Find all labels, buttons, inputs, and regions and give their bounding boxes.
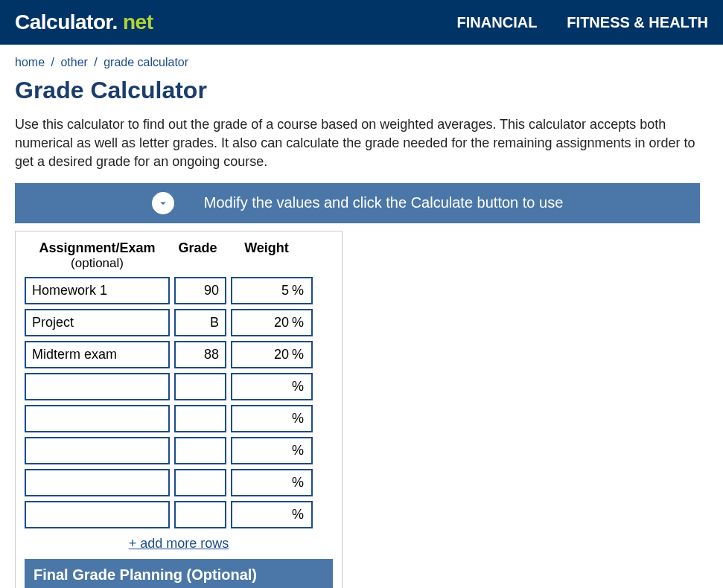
grade-input[interactable] xyxy=(174,309,226,336)
grade-input[interactable] xyxy=(174,501,226,528)
weight-input[interactable] xyxy=(232,502,292,527)
assignment-input[interactable] xyxy=(25,405,170,432)
col-header-assignment: Assignment/Exam (optional) xyxy=(25,240,170,271)
breadcrumb-sep: / xyxy=(94,56,97,68)
instruction-banner: Modify the values and click the Calculat… xyxy=(15,183,700,223)
col-header-weight: Weight xyxy=(226,240,308,271)
assignment-input[interactable] xyxy=(25,309,170,336)
weight-input-wrap: % xyxy=(231,405,313,432)
grade-input[interactable] xyxy=(174,373,226,400)
chevron-down-circle-icon xyxy=(152,192,174,214)
weight-input-wrap: % xyxy=(231,373,313,400)
table-header: Assignment/Exam (optional) Grade Weight xyxy=(25,240,333,271)
breadcrumb-other[interactable]: other xyxy=(60,56,87,68)
calculator-panel: Assignment/Exam (optional) Grade Weight … xyxy=(15,231,343,588)
percent-label: % xyxy=(292,379,308,394)
weight-input-wrap: % xyxy=(231,341,313,368)
col-header-assignment-optional: (optional) xyxy=(25,256,170,271)
assignment-input[interactable] xyxy=(25,437,170,464)
weight-input[interactable] xyxy=(232,438,292,463)
add-rows-link[interactable]: + add more rows xyxy=(129,536,229,551)
weight-input-wrap: % xyxy=(231,469,313,496)
page-content: home / other / grade calculator Grade Ca… xyxy=(0,45,715,588)
col-header-assignment-label: Assignment/Exam xyxy=(39,240,155,255)
site-header: Calculator. net FINANCIAL FITNESS & HEAL… xyxy=(0,0,723,45)
weight-input[interactable] xyxy=(232,470,292,495)
grade-input[interactable] xyxy=(174,277,226,304)
breadcrumb-home[interactable]: home xyxy=(15,56,45,68)
assignment-input[interactable] xyxy=(25,469,170,496)
banner-text: Modify the values and click the Calculat… xyxy=(204,194,564,211)
table-row: % xyxy=(25,501,333,528)
weight-input[interactable] xyxy=(232,278,292,303)
table-row: % xyxy=(25,309,333,336)
weight-input-wrap: % xyxy=(231,309,313,336)
description-text: Use this calculator to find out the grad… xyxy=(15,115,700,172)
breadcrumb-current[interactable]: grade calculator xyxy=(103,56,188,68)
breadcrumb-sep: / xyxy=(51,56,54,68)
table-row: % xyxy=(25,437,333,464)
site-logo[interactable]: Calculator. net xyxy=(15,10,153,34)
assignment-input[interactable] xyxy=(25,341,170,368)
weight-input[interactable] xyxy=(232,406,292,431)
add-rows-wrap: + add more rows xyxy=(25,536,333,552)
table-row: % xyxy=(25,405,333,432)
table-row: % xyxy=(25,277,333,304)
grade-input[interactable] xyxy=(174,341,226,368)
logo-dot: . xyxy=(112,10,117,33)
weight-input-wrap: % xyxy=(231,277,313,304)
logo-net: net xyxy=(123,10,153,33)
weight-input-wrap: % xyxy=(231,501,313,528)
percent-label: % xyxy=(292,411,308,426)
weight-input-wrap: % xyxy=(231,437,313,464)
percent-label: % xyxy=(292,443,308,458)
nav-financial[interactable]: FINANCIAL xyxy=(457,14,538,31)
logo-main: Calculator xyxy=(15,10,112,33)
grade-table: Assignment/Exam (optional) Grade Weight … xyxy=(25,240,333,588)
assignment-input[interactable] xyxy=(25,501,170,528)
table-row: % xyxy=(25,341,333,368)
grade-input[interactable] xyxy=(174,469,226,496)
nav-fitness-health[interactable]: FITNESS & HEALTH xyxy=(567,14,708,31)
breadcrumb: home / other / grade calculator xyxy=(15,56,700,69)
page-title: Grade Calculator xyxy=(15,77,700,104)
percent-label: % xyxy=(292,347,308,362)
final-grade-section-header: Final Grade Planning (Optional) xyxy=(25,559,333,588)
percent-label: % xyxy=(292,283,308,298)
assignment-input[interactable] xyxy=(25,277,170,304)
main-nav: FINANCIAL FITNESS & HEALTH xyxy=(457,14,708,31)
weight-input[interactable] xyxy=(232,310,292,335)
grade-input[interactable] xyxy=(174,405,226,432)
percent-label: % xyxy=(292,507,308,523)
percent-label: % xyxy=(292,315,308,330)
weight-input[interactable] xyxy=(232,342,292,367)
percent-label: % xyxy=(292,475,308,490)
table-row: % xyxy=(25,469,333,496)
table-row: % xyxy=(25,373,333,400)
weight-input[interactable] xyxy=(232,374,292,399)
assignment-input[interactable] xyxy=(25,373,170,400)
grade-input[interactable] xyxy=(174,437,226,464)
col-header-grade: Grade xyxy=(170,240,226,271)
